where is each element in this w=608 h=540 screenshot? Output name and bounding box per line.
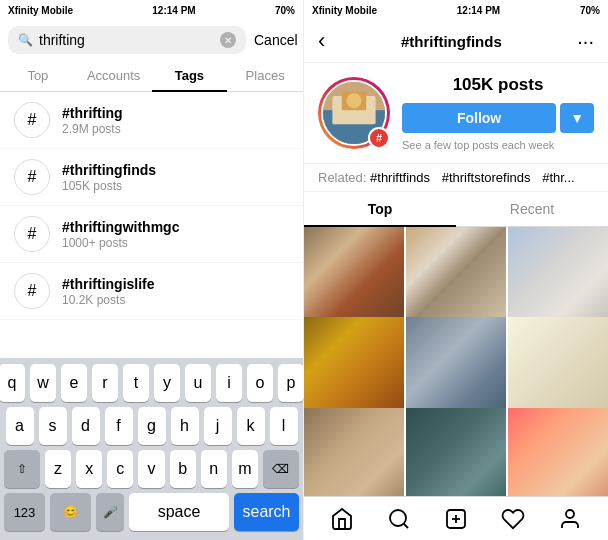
search-nav-button[interactable] [386,506,412,532]
carrier-right: Xfinity Mobile [312,5,377,16]
add-nav-button[interactable] [443,506,469,532]
tab-recent-content[interactable]: Recent [456,192,608,226]
key-w[interactable]: w [30,364,56,402]
key-o[interactable]: o [247,364,273,402]
related-tag-0[interactable]: #thriftfinds [370,170,430,185]
photo-cell-8[interactable] [508,408,608,496]
key-a[interactable]: a [6,407,34,445]
related-tag-1[interactable]: #thriftstorefinds [442,170,531,185]
follow-button[interactable]: Follow [402,103,556,133]
cancel-button[interactable]: Cancel [254,32,298,48]
clear-button[interactable]: ✕ [220,32,236,48]
search-key[interactable]: search [234,493,299,531]
key-v[interactable]: v [138,450,164,488]
content-tabs: Top Recent [304,192,608,227]
svg-line-6 [404,523,408,527]
keyboard-bottom-row: 123 😊 🎤 space search [4,493,299,531]
key-s[interactable]: s [39,407,67,445]
photo-cell-6[interactable] [304,408,404,496]
photo-cell-2[interactable] [508,227,608,327]
key-y[interactable]: y [154,364,180,402]
keyboard-row-2: a s d f g h j k l [4,407,299,445]
photo-cell-0[interactable] [304,227,404,327]
key-e[interactable]: e [61,364,87,402]
list-item[interactable]: # #thriftingwithmgc 1000+ posts [0,206,303,263]
tab-accounts[interactable]: Accounts [76,60,152,91]
photo-cell-7[interactable] [406,408,506,496]
key-c[interactable]: c [107,450,133,488]
tag-name-3: #thriftingislife [62,276,155,292]
back-button[interactable]: ‹ [318,28,325,54]
key-h[interactable]: h [171,407,199,445]
profile-section: # 105K posts Follow ▼ See a few top post… [304,63,608,163]
post-count-3: 10.2K posts [62,293,155,307]
post-count-0: 2.9M posts [62,122,123,136]
right-header: ‹ #thriftingfinds ··· [304,20,608,63]
home-nav-button[interactable] [329,506,355,532]
delete-key[interactable]: ⌫ [263,450,299,488]
photo-cell-1[interactable] [406,227,506,327]
heart-nav-button[interactable] [500,506,526,532]
keyboard-row-3: ⇧ z x c v b n m ⌫ [4,450,299,488]
key-u[interactable]: u [185,364,211,402]
key-j[interactable]: j [204,407,232,445]
tab-places[interactable]: Places [227,60,303,91]
svg-point-10 [566,510,574,518]
key-f[interactable]: f [105,407,133,445]
numbers-key[interactable]: 123 [4,493,45,531]
key-d[interactable]: d [72,407,100,445]
search-bar[interactable]: 🔍 ✕ [8,26,246,54]
photo-grid [304,227,608,496]
follow-dropdown-button[interactable]: ▼ [560,103,594,133]
profile-nav-button[interactable] [557,506,583,532]
key-l[interactable]: l [270,407,298,445]
list-item[interactable]: # #thriftingfinds 105K posts [0,149,303,206]
results-list: # #thrifting 2.9M posts # #thriftingfind… [0,92,303,358]
photo-cell-5[interactable] [508,317,608,417]
key-i[interactable]: i [216,364,242,402]
avatar-container: # [318,77,390,149]
key-z[interactable]: z [45,450,71,488]
tab-top[interactable]: Top [0,60,76,91]
more-options-button[interactable]: ··· [577,30,594,53]
related-label: Related: [318,170,366,185]
key-p[interactable]: p [278,364,304,402]
hashtag-badge: # [368,127,390,149]
shift-key[interactable]: ⇧ [4,450,40,488]
post-count-1: 105K posts [62,179,156,193]
hash-icon-0: # [14,102,50,138]
profile-info: 105K posts Follow ▼ See a few top posts … [402,75,594,151]
battery-left: 70% [275,5,295,16]
tag-name-1: #thriftingfinds [62,162,156,178]
search-tabs: Top Accounts Tags Places [0,60,303,92]
key-g[interactable]: g [138,407,166,445]
key-x[interactable]: x [76,450,102,488]
key-q[interactable]: q [0,364,25,402]
key-k[interactable]: k [237,407,265,445]
carrier-left: Xfinity Mobile [8,5,73,16]
mic-key[interactable]: 🎤 [96,493,124,531]
search-input[interactable] [39,32,214,48]
key-m[interactable]: m [232,450,258,488]
photo-cell-4[interactable] [406,317,506,417]
time-left: 12:14 PM [152,5,195,16]
key-b[interactable]: b [170,450,196,488]
emoji-key[interactable]: 😊 [50,493,91,531]
key-r[interactable]: r [92,364,118,402]
list-item[interactable]: # #thriftingislife 10.2K posts [0,263,303,320]
hash-icon-3: # [14,273,50,309]
hash-icon-1: # [14,159,50,195]
svg-point-5 [390,510,406,526]
key-n[interactable]: n [201,450,227,488]
tab-tags[interactable]: Tags [152,60,228,91]
list-item[interactable]: # #thrifting 2.9M posts [0,92,303,149]
key-t[interactable]: t [123,364,149,402]
status-bar-left: Xfinity Mobile 12:14 PM 70% [0,0,303,20]
tab-top-content[interactable]: Top [304,192,456,226]
search-bar-container: 🔍 ✕ Cancel [0,20,303,60]
tag-name-0: #thrifting [62,105,123,121]
space-key[interactable]: space [129,493,229,531]
photo-cell-3[interactable] [304,317,404,417]
follow-row: Follow ▼ [402,103,594,133]
related-tag-2[interactable]: #thr... [542,170,575,185]
